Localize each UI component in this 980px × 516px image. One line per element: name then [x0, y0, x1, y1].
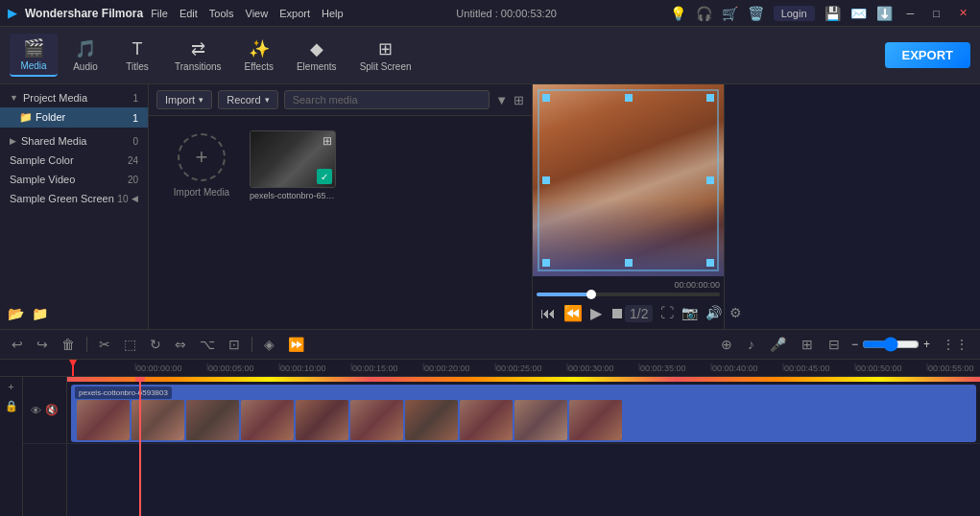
project-media-label: Project Media [23, 92, 87, 104]
fullscreen-icon[interactable]: ⛶ [660, 305, 674, 322]
folder-item[interactable]: 📁 Folder 1 [0, 107, 148, 128]
cut-icon[interactable]: ✂ [95, 335, 114, 354]
progress-fill [537, 293, 591, 296]
marker-icon[interactable]: ⊟ [825, 335, 844, 354]
crop-icon[interactable]: ⬚ [120, 335, 140, 354]
import-media-box[interactable]: + Import Media [163, 130, 240, 200]
play-back-icon[interactable]: ⏪ [563, 304, 583, 322]
titlebar-left: ▶ Wondershare Filmora File Edit Tools Vi… [8, 6, 344, 20]
motion-icon[interactable]: ⊕ [717, 335, 736, 354]
bulb-icon[interactable]: 💡 [670, 6, 686, 21]
mark-2: 00:00:10:00 [278, 364, 350, 373]
login-button[interactable]: Login [774, 6, 815, 21]
mirror-icon[interactable]: ⇔ [171, 335, 190, 354]
more-icon[interactable]: ⋮⋮ [938, 335, 972, 354]
eye-icon[interactable]: 👁 [31, 405, 41, 416]
filter-icon[interactable]: ▼ [495, 93, 508, 107]
tab-transitions[interactable]: ⇄ Transitions [165, 35, 231, 76]
preview-bottom: ⏮ ⏪ ▶ ⏹ 1/2 ⛶ 📷 🔊 ⚙ [537, 301, 720, 325]
snap-icon[interactable]: ⊞ [798, 335, 817, 354]
shared-media-count: 0 [132, 136, 138, 147]
add-track-icon[interactable]: + [8, 381, 13, 392]
maximize-button[interactable]: □ [928, 6, 944, 21]
tab-audio[interactable]: 🎵 Audio [61, 35, 109, 76]
frame-1 [77, 400, 130, 440]
rotate-icon[interactable]: ↻ [146, 335, 165, 354]
save-icon[interactable]: 💾 [825, 6, 841, 21]
preview-time: 00:00:00:00 [537, 280, 720, 290]
zoom-out-icon[interactable]: − [851, 338, 858, 351]
step-back-icon[interactable]: ⏮ [540, 305, 556, 322]
zoom-in-icon[interactable]: + [923, 338, 930, 351]
grid-toggle-icon[interactable]: ⊞ [514, 93, 524, 107]
menu-edit[interactable]: Edit [179, 8, 198, 19]
sample-video-item[interactable]: Sample Video 20 [0, 170, 148, 189]
menu-help[interactable]: Help [322, 8, 344, 19]
color-icon[interactable]: ◈ [260, 335, 278, 354]
track-controls-left: + 🔒 [0, 377, 23, 516]
playback-controls: ⏮ ⏪ ▶ ⏹ [540, 304, 625, 322]
add-folder-icon[interactable]: 📂 [8, 306, 24, 321]
mark-10: 00:00:50:00 [854, 364, 926, 373]
snapshot-icon[interactable]: 📷 [681, 305, 698, 322]
clip-frames [73, 387, 974, 440]
tab-effects-label: Effects [245, 61, 274, 72]
sample-color-label: Sample Color [10, 154, 74, 166]
download-icon[interactable]: ⬇️ [876, 6, 893, 21]
fit-icon[interactable]: ⊡ [225, 335, 244, 354]
settings-icon[interactable]: ⚙ [729, 305, 742, 322]
record-dropdown[interactable]: Record [218, 90, 277, 109]
trash-icon[interactable]: 🗑️ [748, 6, 764, 21]
track-labels: 👁 🔇 [23, 377, 67, 516]
headphone-icon[interactable]: 🎧 [696, 6, 712, 21]
redo-icon[interactable]: ↪ [33, 335, 52, 354]
audio-track-icon[interactable]: ♪ [744, 335, 758, 354]
speed-icon[interactable]: ⏩ [284, 335, 308, 354]
new-folder-icon[interactable]: 📁 [32, 306, 48, 321]
menu-tools[interactable]: Tools [209, 8, 234, 19]
sample-color-item[interactable]: Sample Color 24 [0, 151, 148, 170]
message-icon[interactable]: ✉️ [850, 6, 867, 21]
lock-icon[interactable]: 🔒 [5, 400, 18, 412]
menu-export[interactable]: Export [279, 8, 310, 19]
export-button[interactable]: EXPORT [885, 42, 970, 68]
tab-effects[interactable]: ✨ Effects [235, 35, 283, 76]
tab-audio-label: Audio [73, 61, 98, 72]
minimize-button[interactable]: ─ [902, 6, 920, 21]
shared-media-item[interactable]: ▶ Shared Media 0 [0, 131, 148, 151]
tab-elements[interactable]: ◆ Elements [287, 35, 347, 76]
mic-icon[interactable]: 🎤 [766, 335, 790, 354]
tab-media[interactable]: 🎬 Media [10, 34, 58, 77]
tab-split-screen[interactable]: ⊞ Split Screen [350, 35, 421, 76]
media-panel: Import Record ▼ ⊞ + Import Media ⊞ ✓ pex… [149, 84, 533, 329]
delete-icon[interactable]: 🗑 [58, 335, 79, 354]
mute-icon[interactable]: 🔇 [45, 404, 59, 416]
ratio-selector[interactable]: 1/2 [625, 305, 653, 322]
project-media-item[interactable]: ▼ Project Media 1 [0, 88, 148, 107]
undo-icon[interactable]: ↩ [8, 335, 27, 354]
menu-view[interactable]: View [246, 8, 269, 19]
sample-green-screen-item[interactable]: Sample Green Screen 10 ◀ [0, 189, 148, 208]
media-thumbnail[interactable]: ⊞ ✓ pexels-cottonbro-65938... [250, 130, 336, 200]
close-button[interactable]: ✕ [954, 5, 972, 21]
window-title: Untitled : 00:00:53:20 [456, 8, 557, 19]
preview-progress-bar[interactable] [537, 293, 720, 296]
menu-bar: File Edit Tools View Export Help [151, 8, 343, 19]
bottom-area: ↩ ↪ 🗑 ✂ ⬚ ↻ ⇔ ⌥ ⊡ ◈ ⏩ ⊕ ♪ 🎤 ⊞ ⊟ − + ⋮⋮ [0, 329, 980, 516]
video-clip[interactable]: pexels-cottonbro-6593803 [71, 385, 976, 442]
search-input[interactable] [284, 90, 490, 109]
volume-icon[interactable]: 🔊 [705, 305, 722, 322]
import-dropdown[interactable]: Import [156, 90, 212, 109]
play-icon[interactable]: ▶ [590, 304, 602, 322]
tab-titles[interactable]: T Titles [113, 35, 161, 76]
panel-bottom-icons: 📂 📁 [0, 298, 148, 329]
sample-color-count: 24 [128, 155, 138, 166]
split-icon[interactable]: ⌥ [196, 335, 219, 354]
zoom-slider[interactable] [862, 337, 920, 352]
project-media-section: ▼ Project Media 1 📁 Folder 1 [0, 84, 148, 131]
stop-icon[interactable]: ⏹ [610, 305, 625, 322]
mark-4: 00:00:20:00 [422, 364, 494, 373]
shared-arrow-icon: ▶ [10, 136, 16, 146]
cart-icon[interactable]: 🛒 [722, 6, 738, 21]
menu-file[interactable]: File [151, 8, 168, 19]
